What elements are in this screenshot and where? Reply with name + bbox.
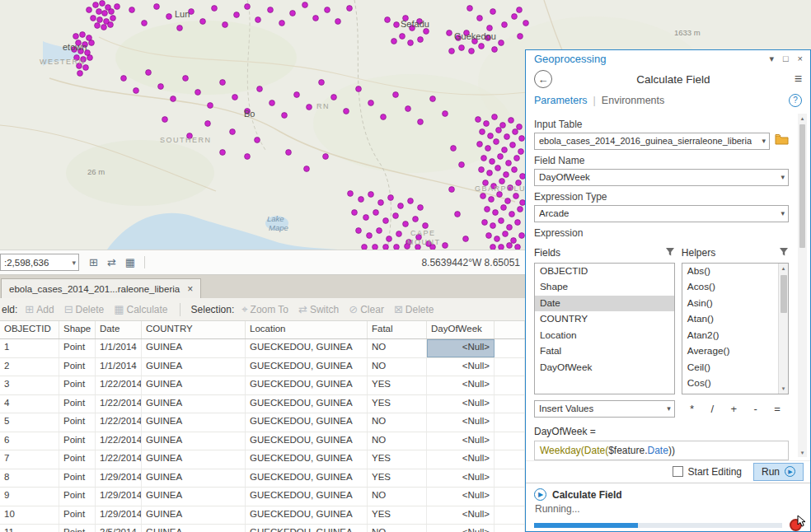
- expression-editor[interactable]: Weekday(Date($feature.Date)): [534, 441, 789, 460]
- column-header[interactable]: Fatal: [368, 321, 427, 338]
- cell[interactable]: <Null>: [427, 432, 495, 450]
- helpers-list-item[interactable]: Acos(): [682, 279, 778, 296]
- expression-type-combo[interactable]: Arcade ▾: [534, 205, 789, 222]
- cell[interactable]: GUINEA: [142, 488, 246, 506]
- fields-list-item[interactable]: Date: [535, 296, 674, 312]
- cell[interactable]: GUECKEDOU, GUINEA: [246, 339, 368, 357]
- cell[interactable]: NO: [368, 488, 427, 506]
- cell[interactable]: <Null>: [427, 525, 495, 532]
- cell[interactable]: GUINEA: [142, 376, 246, 394]
- grid-icon[interactable]: ▦: [125, 256, 135, 268]
- fields-listbox[interactable]: OBJECTIDShapeDateCOUNTRYLocationFatalDay…: [534, 263, 675, 394]
- cell[interactable]: <Null>: [427, 488, 495, 506]
- cell[interactable]: Point: [59, 450, 96, 469]
- helpers-scrollbar[interactable]: ▴ ▾: [778, 264, 788, 394]
- helpers-list-item[interactable]: Cos(): [682, 376, 778, 392]
- cell[interactable]: GUECKEDOU, GUINEA: [246, 413, 368, 432]
- helpers-list-item[interactable]: Abs(): [682, 264, 778, 280]
- cell[interactable]: 1/29/2014: [96, 469, 142, 488]
- cell[interactable]: NO: [368, 525, 427, 532]
- table-row[interactable]: 10Point1/29/2014GUINEAGUECKEDOU, GUINEAY…: [0, 506, 525, 525]
- fields-list-item[interactable]: DayOfWeek: [535, 360, 674, 376]
- scroll-down-icon[interactable]: ▾: [801, 448, 804, 457]
- delete-field-button[interactable]: ⊟Delete: [62, 303, 107, 315]
- cell[interactable]: <Null>: [427, 376, 495, 394]
- cell[interactable]: 2/5/2014: [96, 525, 142, 532]
- switch-selection-button[interactable]: ⇄Switch: [296, 303, 341, 316]
- cell[interactable]: Point: [59, 376, 96, 394]
- delete-selection-button[interactable]: ⊠Delete: [391, 303, 437, 316]
- operator-button[interactable]: /: [711, 403, 715, 415]
- tab-environments[interactable]: Environments: [602, 95, 664, 106]
- cell[interactable]: GUINEA: [142, 525, 246, 532]
- cell[interactable]: GUINEA: [142, 432, 246, 450]
- cell[interactable]: NO: [368, 358, 427, 376]
- clear-selection-button[interactable]: ⊘Clear: [346, 303, 387, 316]
- cell[interactable]: <Null>: [427, 413, 495, 432]
- scrollbar-thumb[interactable]: [799, 124, 805, 248]
- cell[interactable]: GUINEA: [142, 339, 246, 357]
- tool-progress-section[interactable]: ▶ Calculate Field Running...: [526, 483, 810, 531]
- filter-icon[interactable]: [665, 247, 675, 259]
- fields-list-item[interactable]: OBJECTID: [535, 264, 674, 280]
- cell[interactable]: GUINEA: [142, 413, 246, 432]
- cell[interactable]: Point: [59, 395, 96, 413]
- cell[interactable]: GUINEA: [142, 469, 246, 488]
- column-header[interactable]: OBJECTID: [0, 321, 59, 338]
- add-field-button[interactable]: ⊞Add: [22, 303, 56, 315]
- cell[interactable]: 1/29/2014: [96, 488, 142, 506]
- cell[interactable]: 1: [0, 339, 59, 357]
- cell[interactable]: GUECKEDOU, GUINEA: [246, 450, 368, 469]
- cell[interactable]: 8: [0, 469, 59, 488]
- cell[interactable]: GUECKEDOU, GUINEA: [246, 506, 368, 525]
- table-row[interactable]: 6Point1/22/2014GUINEAGUECKEDOU, GUINEANO…: [0, 432, 525, 451]
- input-table-combo[interactable]: ebola_cases_2014_2016_guinea_sierraleone…: [534, 133, 770, 150]
- cell[interactable]: <Null>: [427, 395, 495, 413]
- cell[interactable]: Point: [59, 358, 96, 376]
- cell[interactable]: 1/22/2014: [96, 450, 142, 469]
- cell[interactable]: 11: [0, 525, 59, 532]
- panel-scrollbar[interactable]: ▴ ▾: [798, 114, 807, 457]
- cell[interactable]: 1/22/2014: [96, 376, 142, 394]
- operator-button[interactable]: -: [753, 403, 757, 415]
- cell[interactable]: 9: [0, 488, 59, 506]
- helpers-list-item[interactable]: Atan2(): [682, 328, 778, 344]
- cell[interactable]: Point: [59, 469, 96, 488]
- cell[interactable]: 6: [0, 432, 59, 450]
- float-pane-icon[interactable]: □: [783, 54, 789, 64]
- map-scale-combo[interactable]: :2,598,636 ▾: [0, 254, 79, 271]
- cell[interactable]: GUECKEDOU, GUINEA: [246, 358, 368, 376]
- fields-list-item[interactable]: Fatal: [535, 343, 674, 360]
- helpers-list-item[interactable]: Average(): [682, 343, 778, 360]
- field-name-combo[interactable]: DayOfWeek ▾: [534, 169, 789, 186]
- run-button[interactable]: Run ▶: [753, 463, 804, 481]
- cell[interactable]: 1/1/2014: [96, 339, 142, 357]
- help-icon[interactable]: ?: [789, 94, 802, 107]
- table-row[interactable]: 9Point1/29/2014GUINEAGUECKEDOU, GUINEANO…: [0, 488, 525, 506]
- fields-list-item[interactable]: Shape: [535, 279, 674, 296]
- tool-menu-icon[interactable]: ≡: [795, 72, 802, 86]
- tab-parameters[interactable]: Parameters: [534, 95, 588, 106]
- cell[interactable]: GUINEA: [142, 358, 246, 376]
- cell[interactable]: 1/29/2014: [96, 506, 142, 525]
- scroll-down-icon[interactable]: ▾: [782, 384, 785, 394]
- table-row[interactable]: 4Point1/22/2014GUINEAGUECKEDOU, GUINEAYE…: [0, 395, 525, 414]
- cell[interactable]: 4: [0, 395, 59, 413]
- cell[interactable]: Point: [59, 525, 96, 532]
- start-editing-checkbox[interactable]: [673, 466, 683, 477]
- cell[interactable]: 1/22/2014: [96, 432, 142, 450]
- table-tab[interactable]: ebola_cases_2014_201...raleone_liberia ×: [1, 278, 201, 298]
- cell[interactable]: <Null>: [427, 469, 495, 488]
- insert-values-combo[interactable]: Insert Values ▾: [534, 400, 675, 418]
- cell[interactable]: GUECKEDOU, GUINEA: [246, 395, 368, 413]
- table-row[interactable]: 3Point1/22/2014GUINEAGUECKEDOU, GUINEAYE…: [0, 376, 525, 395]
- cell[interactable]: 1/22/2014: [96, 395, 142, 413]
- dock-menu-icon[interactable]: ▾: [769, 54, 774, 64]
- cell[interactable]: 3: [0, 376, 59, 394]
- operator-button[interactable]: *: [690, 403, 694, 415]
- cell[interactable]: 7: [0, 450, 59, 469]
- cell[interactable]: GUECKEDOU, GUINEA: [246, 488, 368, 506]
- cell[interactable]: 10: [0, 506, 59, 525]
- cell[interactable]: GUECKEDOU, GUINEA: [246, 432, 368, 450]
- cell[interactable]: GUECKEDOU, GUINEA: [246, 525, 368, 532]
